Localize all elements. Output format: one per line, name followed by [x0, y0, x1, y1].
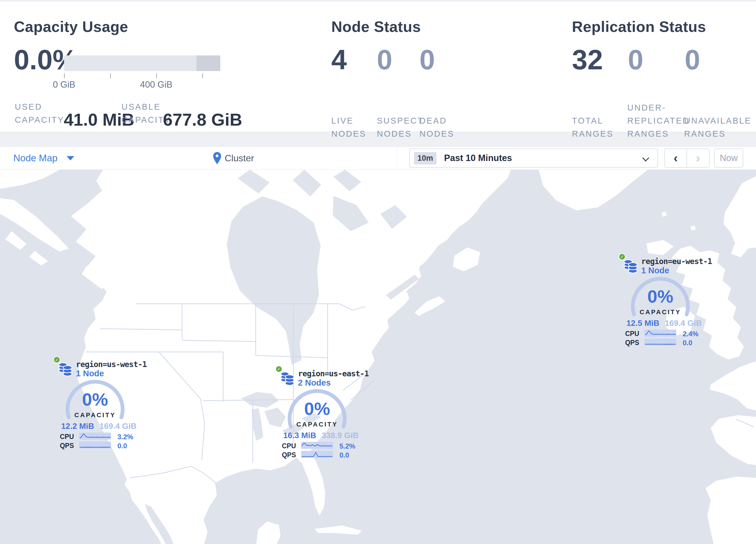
- location-pin-icon: [213, 152, 221, 164]
- qps-value: 0.0: [117, 442, 127, 450]
- cpu-sparkline: [79, 433, 111, 440]
- cpu-value: 2.4%: [683, 330, 699, 338]
- region-marker-eu-west-1[interactable]: ✓ region=eu-west-1 1 Node 0% CAPACITY 12…: [611, 253, 710, 353]
- suspect-nodes-label: SUSPECT NODES: [377, 114, 424, 140]
- region-title: region=us-east-1: [298, 369, 369, 378]
- region-used-capacity: 16.3 MiB: [283, 431, 316, 440]
- region-used-capacity: 12.5 MiB: [626, 319, 659, 328]
- cpu-metric-row: CPU 3.2%: [46, 433, 144, 439]
- live-nodes-label: LIVE NODES: [331, 114, 366, 140]
- region-capacity-percent: 0%: [268, 400, 366, 418]
- suspect-nodes-count: 0: [377, 46, 392, 74]
- region-capacity-label: CAPACITY: [46, 411, 144, 419]
- capacity-tick-label-400: 400 GiB: [133, 79, 179, 90]
- capacity-tick-label-0: 0 GiB: [41, 79, 87, 90]
- cpu-sparkline: [301, 442, 333, 449]
- region-title: region=us-west-1: [76, 360, 147, 369]
- usable-capacity-value: 677.8 GiB: [163, 110, 242, 130]
- time-nav-buttons: ‹ ›: [664, 148, 710, 168]
- view-selector-dropdown[interactable]: Node Map: [13, 147, 74, 169]
- unavailable-ranges-count: 0: [685, 46, 700, 74]
- qps-sparkline: [79, 442, 111, 449]
- region-capacity-percent: 0%: [46, 391, 144, 409]
- breadcrumb[interactable]: Cluster: [213, 147, 254, 169]
- cpu-label: CPU: [611, 330, 639, 338]
- breadcrumb-label: Cluster: [225, 153, 254, 164]
- qps-metric-row: QPS 0.0: [46, 442, 144, 448]
- node-map: ✓ region=us-west-1 1 Node 0% CAPACITY 12…: [0, 170, 756, 544]
- region-capacity-label: CAPACITY: [611, 309, 710, 316]
- cpu-metric-row: CPU 5.2%: [268, 442, 366, 449]
- cluster-overview-page: Capacity Usage 0.0% 0 GiB 400 GiB USED C…: [0, 0, 756, 544]
- qps-metric-row: QPS 0.0: [268, 451, 366, 458]
- cpu-value: 3.2%: [117, 433, 133, 441]
- qps-label: QPS: [611, 339, 639, 347]
- qps-metric-row: QPS 0.0: [611, 339, 710, 345]
- unavailable-ranges-label: UNAVAILABLE RANGES: [684, 114, 751, 140]
- qps-label: QPS: [46, 442, 74, 450]
- dead-nodes-count: 0: [419, 46, 435, 74]
- time-prev-button[interactable]: ‹: [665, 149, 687, 167]
- total-ranges-count: 32: [572, 46, 603, 74]
- dead-nodes-label: DEAD NODES: [419, 114, 455, 140]
- total-ranges-label: TOTAL RANGES: [572, 114, 613, 140]
- cpu-value: 5.2%: [339, 442, 355, 450]
- qps-value: 0.0: [683, 339, 692, 347]
- region-marker-us-east-1[interactable]: ✓ region=us-east-1 2 Nodes 0% CAPACITY 1…: [268, 365, 366, 465]
- capacity-bar-reserved-segment: [197, 55, 220, 71]
- node-status-title: Node Status: [331, 18, 421, 35]
- used-capacity-label: USED CAPACITY: [15, 100, 64, 126]
- map-toolbar: Node Map Cluster 10m Past 10 Minutes ‹ ›…: [0, 146, 756, 170]
- time-range-label: Past 10 Minutes: [444, 153, 512, 163]
- cpu-metric-row: CPU 2.4%: [611, 330, 710, 336]
- time-now-button[interactable]: Now: [714, 148, 743, 168]
- capacity-axis-tick: [202, 73, 203, 78]
- capacity-axis-tick: [156, 73, 157, 78]
- region-usable-capacity: 338.9 GiB: [321, 431, 359, 440]
- qps-value: 0.0: [339, 451, 349, 459]
- replication-status-title: Replication Status: [572, 18, 706, 35]
- cpu-label: CPU: [268, 442, 296, 450]
- chevron-down-icon: [642, 154, 649, 161]
- time-range-badge: 10m: [414, 152, 437, 164]
- region-capacity-label: CAPACITY: [268, 421, 366, 428]
- database-icon: [280, 371, 295, 386]
- capacity-usage-title: Capacity Usage: [14, 18, 128, 35]
- region-usable-capacity: 169.4 GiB: [99, 422, 137, 431]
- under-replicated-ranges-label: UNDER- REPLICATED RANGES: [627, 101, 690, 140]
- database-icon: [58, 362, 72, 377]
- database-icon: [623, 258, 638, 274]
- capacity-axis-tick: [110, 73, 111, 78]
- cpu-label: CPU: [46, 433, 74, 441]
- summary-panel: Capacity Usage 0.0% 0 GiB 400 GiB USED C…: [0, 2, 756, 132]
- region-used-capacity: 12.2 MiB: [61, 422, 94, 431]
- qps-sparkline: [301, 451, 333, 458]
- time-next-button[interactable]: ›: [687, 149, 709, 167]
- capacity-bar: [64, 55, 220, 71]
- under-replicated-ranges-count: 0: [628, 46, 643, 74]
- region-capacity-percent: 0%: [611, 288, 710, 306]
- region-usable-capacity: 169.4 GiB: [665, 319, 702, 328]
- region-marker-us-west-1[interactable]: ✓ region=us-west-1 1 Node 0% CAPACITY 12…: [46, 356, 144, 456]
- caret-down-icon: [67, 156, 74, 160]
- time-range-dropdown[interactable]: 10m Past 10 Minutes: [409, 148, 658, 168]
- region-title: region=eu-west-1: [641, 257, 712, 266]
- view-selector-label: Node Map: [13, 153, 57, 164]
- qps-sparkline: [644, 339, 676, 346]
- capacity-axis-tick: [64, 73, 65, 78]
- live-nodes-count: 4: [331, 46, 347, 74]
- cpu-sparkline: [644, 330, 676, 337]
- qps-label: QPS: [268, 451, 296, 459]
